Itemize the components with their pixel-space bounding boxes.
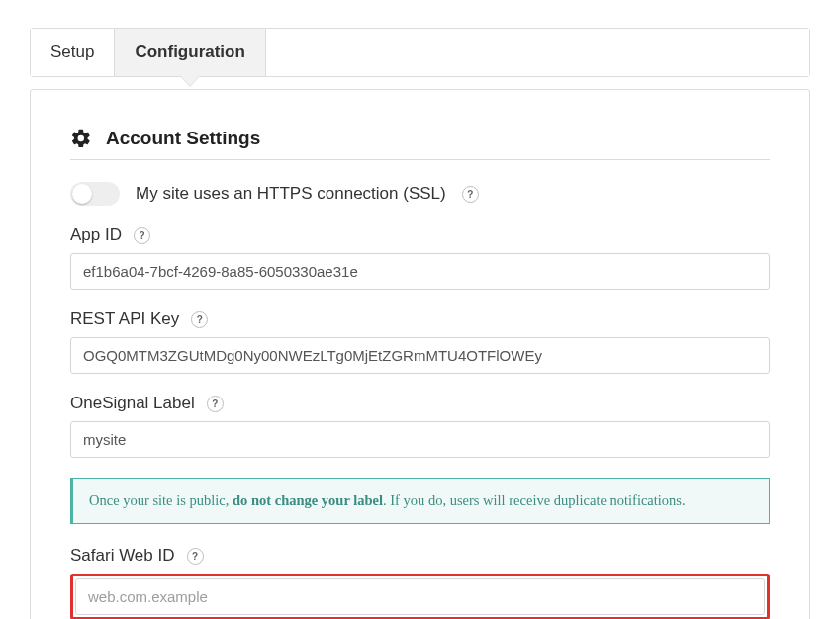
app-id-label: App ID: [70, 225, 122, 245]
label-change-notice: Once your site is public, do not change …: [70, 478, 770, 524]
onesignal-label-row: OneSignal Label ?: [70, 394, 770, 458]
notice-text-bold: do not change your label: [233, 492, 383, 508]
help-icon[interactable]: ?: [187, 548, 204, 565]
help-icon[interactable]: ?: [207, 396, 224, 412]
safari-web-id-label: Safari Web ID: [70, 546, 175, 566]
gear-icon: [70, 128, 92, 149]
tabs-bar: Setup Configuration: [30, 28, 810, 77]
ssl-toggle-label: My site uses an HTTPS connection (SSL): [136, 184, 446, 204]
help-icon[interactable]: ?: [134, 227, 150, 244]
onesignal-label-label: OneSignal Label: [70, 394, 195, 413]
section-header: Account Settings: [70, 128, 770, 160]
tab-spacer: [266, 29, 809, 76]
tab-configuration[interactable]: Configuration: [115, 29, 265, 76]
notice-text-pre: Once your site is public,: [89, 492, 233, 508]
configuration-panel: Account Settings My site uses an HTTPS c…: [30, 89, 810, 619]
help-icon[interactable]: ?: [191, 311, 208, 328]
safari-web-id-input[interactable]: [75, 578, 765, 615]
rest-api-key-input[interactable]: [70, 337, 770, 374]
app-id-input[interactable]: [70, 253, 770, 290]
tab-setup[interactable]: Setup: [31, 29, 115, 76]
ssl-toggle[interactable]: [70, 182, 120, 206]
notice-text-post: . If you do, users will receive duplicat…: [383, 492, 686, 508]
safari-web-id-highlight: [70, 574, 770, 619]
app-id-row: App ID ?: [70, 225, 770, 290]
section-title: Account Settings: [106, 128, 260, 149]
safari-web-id-row: Safari Web ID ?: [70, 546, 770, 619]
ssl-toggle-row: My site uses an HTTPS connection (SSL) ?: [70, 182, 770, 206]
rest-api-key-row: REST API Key ?: [70, 310, 770, 374]
help-icon[interactable]: ?: [462, 186, 479, 203]
onesignal-label-input[interactable]: [70, 421, 770, 458]
rest-api-key-label: REST API Key: [70, 310, 179, 329]
